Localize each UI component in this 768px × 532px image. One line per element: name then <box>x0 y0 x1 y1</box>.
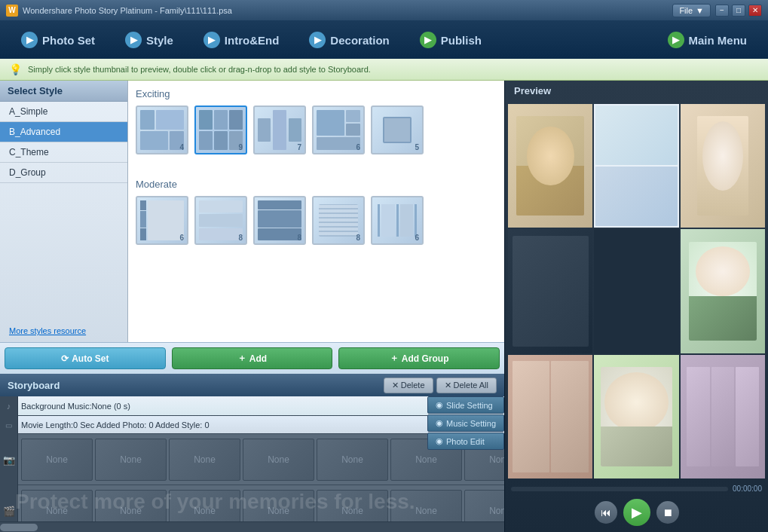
preview-grid <box>505 101 768 482</box>
delete-all-icon: ✕ <box>445 381 451 390</box>
music-setting-icon: ◉ <box>436 418 443 428</box>
right-panel: Preview <box>504 81 768 532</box>
bg-music-text: Background Music:None (0 s) <box>21 402 130 411</box>
nav-arrow-intro-end: ▶ <box>203 32 220 48</box>
exciting-section: Exciting <box>128 81 504 171</box>
moderate-thumb-4[interactable]: 8 <box>312 196 365 245</box>
exciting-thumb-3[interactable]: 7 <box>253 105 306 154</box>
play-button[interactable]: ▶ <box>623 499 650 526</box>
nav-label-decoration: Decoration <box>330 34 389 47</box>
style-cell-1[interactable]: None <box>21 490 93 522</box>
preview-cell-9 <box>681 355 765 478</box>
add-group-icon: ＋ <box>390 352 399 365</box>
nav-arrow-main-menu: ▶ <box>668 32 684 48</box>
exciting-thumb-2-num: 9 <box>238 143 243 151</box>
slide-setting-icon: ◉ <box>436 400 443 410</box>
nav-style[interactable]: ▶ Style <box>110 26 188 54</box>
style-cell-6[interactable]: None <box>390 490 462 522</box>
style-cell-4[interactable]: None <box>243 490 314 522</box>
slide-setting-button[interactable]: ◉ Slide Setting <box>427 396 504 414</box>
hint-bar: 💡 Simply click style thumbnail to previe… <box>0 59 768 81</box>
preview-cell-1 <box>508 104 592 228</box>
horizontal-scrollbar[interactable] <box>0 521 504 532</box>
photo-cell-4[interactable]: None <box>243 439 314 481</box>
rewind-button[interactable]: ⏮ <box>595 501 617 524</box>
photo-cell-1[interactable]: None <box>21 439 93 481</box>
scrollbar-thumb[interactable] <box>0 524 38 531</box>
photo-edit-button[interactable]: ◉ Photo Edit <box>427 433 504 450</box>
center-panel: Exciting <box>128 81 504 342</box>
exciting-thumb-1[interactable]: 4 <box>136 105 188 154</box>
action-bar: ⟳ Auto Set ＋ Add ＋ Add Group <box>0 342 504 374</box>
exciting-thumb-4-num: 6 <box>356 143 360 151</box>
nav-main-menu[interactable]: ▶ Main Menu <box>653 26 763 54</box>
maximize-button[interactable]: □ <box>732 5 745 17</box>
file-menu-button[interactable]: File ▼ <box>672 4 711 17</box>
nav-label-intro-end: Intro&End <box>225 34 280 47</box>
delete-button[interactable]: ✕ Delete <box>384 378 433 393</box>
photo-cell-2[interactable]: None <box>95 439 167 481</box>
nav-photo-set[interactable]: ▶ Photo Set <box>6 26 110 54</box>
preview-title: Preview <box>505 81 768 101</box>
storyboard-section: Storyboard ✕ Delete ✕ Delete All <box>0 374 504 532</box>
moderate-thumb-3[interactable]: 8 <box>253 196 306 245</box>
more-styles-link-container: More styles resource <box>0 320 127 342</box>
add-button[interactable]: ＋ Add <box>172 347 333 369</box>
movie-row-icon: ▭ <box>0 416 18 434</box>
add-group-label: Add Group <box>402 353 449 364</box>
style-cells: None None None None None None None None … <box>18 485 504 521</box>
exciting-thumb-5[interactable]: 5 <box>371 105 424 154</box>
nav-arrow-style: ▶ <box>125 32 142 48</box>
progress-bar[interactable] <box>511 487 728 491</box>
preview-cell-5 <box>594 229 678 353</box>
delete-all-button[interactable]: ✕ Delete All <box>436 378 497 393</box>
moderate-thumb-5[interactable]: 6 <box>371 196 424 245</box>
hint-text: Simply click style thumbnail to preview,… <box>28 65 371 74</box>
music-setting-button[interactable]: ◉ Music Setting <box>427 414 504 432</box>
title-bar-left: W Wondershare Photo Story Platinum - Fam… <box>6 5 232 17</box>
style-item-c-theme[interactable]: C_Theme <box>0 142 127 163</box>
photo-edit-icon: ◉ <box>436 436 443 446</box>
style-item-d-group[interactable]: D_Group <box>0 163 127 183</box>
exciting-thumb-2[interactable]: 9 <box>194 105 247 154</box>
style-cell-5[interactable]: None <box>317 490 388 522</box>
style-row: 🎬 None None None None None None None Non… <box>0 485 504 521</box>
preview-cell-3 <box>681 104 765 228</box>
style-item-b-advanced[interactable]: B_Advanced <box>0 122 127 142</box>
progress-time: 00:00:00 <box>733 485 762 493</box>
style-cell-2[interactable]: None <box>95 490 167 522</box>
content-area: Select Style A_Simple B_Advanced C_Theme… <box>0 81 768 532</box>
select-style-title: Select Style <box>0 81 127 102</box>
nav-label-style: Style <box>146 34 173 47</box>
preview-cell-8 <box>594 355 678 478</box>
preview-cell-7 <box>508 355 592 478</box>
minimize-button[interactable]: − <box>715 5 729 17</box>
moderate-title: Moderate <box>136 179 497 190</box>
exciting-thumb-4[interactable]: 6 <box>312 105 365 154</box>
left-panel: Select Style A_Simple B_Advanced C_Theme… <box>0 81 128 342</box>
moderate-thumb-1[interactable]: 6 <box>136 196 188 245</box>
add-group-button[interactable]: ＋ Add Group <box>338 347 500 369</box>
photo-cell-5[interactable]: None <box>317 439 388 481</box>
photo-cell-3[interactable]: None <box>169 439 240 481</box>
preview-cell-4 <box>508 229 592 353</box>
auto-set-icon: ⟳ <box>61 353 69 364</box>
auto-set-button[interactable]: ⟳ Auto Set <box>5 347 166 369</box>
moderate-thumb-2[interactable]: 8 <box>194 196 247 245</box>
close-button[interactable]: ✕ <box>748 5 762 17</box>
music-row-icon: ♪ <box>0 396 18 416</box>
style-cell-7[interactable]: None <box>464 490 504 522</box>
nav-decoration[interactable]: ▶ Decoration <box>294 26 404 54</box>
moderate-thumb-2-num: 8 <box>238 234 243 242</box>
style-cell-3[interactable]: None <box>169 490 240 522</box>
style-item-a-simple[interactable]: A_Simple <box>0 102 127 122</box>
add-icon: ＋ <box>237 352 246 365</box>
stop-button[interactable]: ⏹ <box>656 501 679 524</box>
exciting-thumb-1-num: 4 <box>179 143 184 151</box>
nav-intro-end[interactable]: ▶ Intro&End <box>188 26 295 54</box>
auto-set-label: Auto Set <box>72 353 109 364</box>
nav-arrow-publish: ▶ <box>420 32 436 48</box>
nav-publish[interactable]: ▶ Publish <box>405 26 497 54</box>
side-buttons: ◉ Slide Setting ◉ Music Setting ◉ Photo … <box>427 396 504 450</box>
more-styles-link[interactable]: More styles resource <box>9 326 86 335</box>
